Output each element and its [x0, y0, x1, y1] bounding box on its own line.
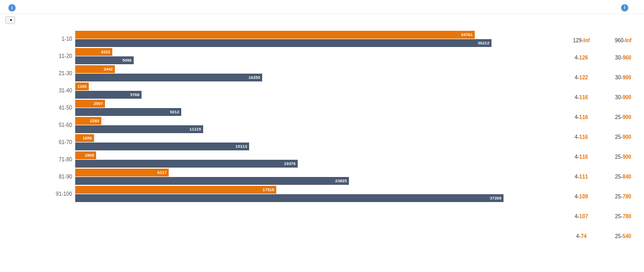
orange-bar: 3222 [75, 48, 112, 56]
bar-group: 51-60 2282 11115 [55, 117, 557, 133]
blue-bar-row: 9212 [75, 108, 557, 116]
delay-val: 4-107 [560, 214, 602, 219]
delay-info-icon[interactable]: i [621, 4, 628, 11]
orange-bar-row: 3442 [75, 65, 557, 73]
body-area: ▾ 1-10 34761 [0, 14, 644, 272]
blue-bar-row: 16250 [75, 74, 557, 81]
main-container: i i ▾ [0, 0, 644, 272]
blue-value: 37268 [490, 196, 501, 200]
bar-label: 61-70 [55, 134, 75, 150]
bars-container: 1656 15113 [75, 134, 557, 150]
blue-bar-row: 37268 [75, 194, 557, 202]
orange-value: 2282 [90, 119, 99, 123]
blue-value: 5768 [130, 92, 139, 97]
orange-bar: 8117 [75, 169, 169, 176]
bars-container: 34761 36212 [75, 31, 557, 47]
orange-bar-row: 3222 [75, 48, 557, 56]
bar-label: 41-50 [55, 100, 75, 116]
blue-bar-row: 23825 [75, 177, 557, 185]
bars-container: 17518 37268 [75, 186, 557, 202]
orange-value: 17518 [263, 187, 274, 192]
delay-val: 4-122 [560, 75, 602, 80]
time-val-top: 960-Inf [602, 38, 644, 43]
blue-bar: 16250 [75, 74, 262, 81]
bar-group: 21-30 3442 16250 [55, 65, 557, 81]
orange-value: 2597 [93, 101, 103, 106]
orange-bar-row: 2282 [75, 117, 557, 125]
dropdown-icon: ▾ [10, 18, 12, 22]
bars-container: 8117 23825 [75, 169, 557, 185]
delay-val: 4-116 [560, 154, 602, 160]
chart-area: 1-10 34761 36212 11-20 3222 [52, 14, 560, 272]
bar-label: 81-90 [55, 169, 75, 185]
right-row-9: 4-74 25-540 [560, 226, 644, 246]
blue-value: 15113 [236, 144, 247, 149]
blue-bar-row: 19376 [75, 160, 557, 168]
right-row-3: 4-116 25-900 [560, 107, 644, 127]
bar-group: 31-40 1166 5768 [55, 82, 557, 99]
blue-value: 16250 [249, 75, 260, 80]
chart-body: 1-10 34761 36212 11-20 3222 [55, 16, 557, 270]
orange-bar-row: 2597 [75, 100, 557, 108]
delay-val: 4-111 [560, 174, 602, 180]
bar-label: 11-20 [55, 48, 75, 64]
orange-bar: 1656 [75, 134, 94, 142]
blue-bar-row: 5768 [75, 91, 557, 99]
chart-rows: 1-10 34761 36212 11-20 3222 [55, 31, 557, 203]
orange-value: 1166 [77, 84, 87, 89]
bars-container: 3222 5096 [75, 48, 557, 64]
orange-bar: 2282 [75, 117, 101, 125]
bar-label: 21-30 [55, 65, 75, 81]
delay-val: 4-74 [560, 233, 602, 239]
header-left: i [5, 4, 29, 11]
blue-bar: 19376 [75, 160, 298, 168]
satoshi-button[interactable]: ▾ [5, 16, 15, 24]
delay-time-header: i [619, 4, 639, 11]
orange-value: 3442 [103, 67, 113, 72]
time-val: 25-780 [602, 194, 644, 199]
bar-group: 81-90 8117 23825 [55, 169, 557, 185]
blue-value: 19376 [284, 161, 296, 166]
blue-value: 9212 [170, 110, 179, 114]
right-row-1: 4-122 30-900 [560, 67, 644, 87]
orange-bar-row: 34761 [75, 31, 557, 39]
right-row-4: 4-116 25-900 [560, 127, 644, 147]
time-val: 30-900 [602, 94, 644, 100]
time-val: 25-840 [602, 174, 644, 180]
bars-container: 2282 11115 [75, 117, 557, 133]
blue-bar: 36212 [75, 39, 491, 47]
blue-value: 36212 [478, 41, 489, 45]
delay-val: 4-109 [560, 194, 602, 199]
blue-value: 5096 [122, 58, 132, 63]
orange-bar: 2597 [75, 100, 105, 108]
info-icon[interactable]: i [8, 4, 16, 11]
right-row-top: 129-Inf 960-Inf [560, 33, 644, 48]
right-row-0: 4-126 30-960 [560, 48, 644, 67]
delay-val: 4-116 [560, 134, 602, 140]
delay-val: 4-116 [560, 114, 602, 120]
time-val: 25-780 [602, 214, 644, 219]
bar-group: 71-80 1808 19376 [55, 151, 557, 168]
orange-bar-row: 1166 [75, 82, 557, 90]
time-val: 25-540 [602, 233, 644, 239]
bars-container: 1808 19376 [75, 151, 557, 168]
right-row-8: 4-107 25-780 [560, 206, 644, 226]
right-row-7: 4-109 25-780 [560, 186, 644, 206]
time-val: 25-900 [602, 154, 644, 160]
left-panel: ▾ [0, 14, 52, 272]
bars-container: 3442 16250 [75, 65, 557, 81]
time-val: 30-960 [602, 55, 644, 61]
orange-value: 8117 [157, 170, 167, 175]
bars-container: 2597 9212 [75, 100, 557, 116]
orange-bar: 1808 [75, 151, 96, 159]
right-rows: 129-Inf 960-Inf 4-126 30-960 4-122 30-90… [560, 33, 644, 246]
orange-value: 1808 [85, 153, 94, 158]
blue-bar: 37268 [75, 194, 504, 202]
bar-label: 91-100 [55, 186, 75, 202]
bar-label: 31-40 [55, 82, 75, 99]
orange-bar: 3442 [75, 65, 115, 73]
right-row-6: 4-111 25-840 [560, 167, 644, 186]
delay-val-top: 129-Inf [560, 38, 602, 43]
orange-bar: 1166 [75, 82, 89, 90]
bar-group: 1-10 34761 36212 [55, 31, 557, 47]
